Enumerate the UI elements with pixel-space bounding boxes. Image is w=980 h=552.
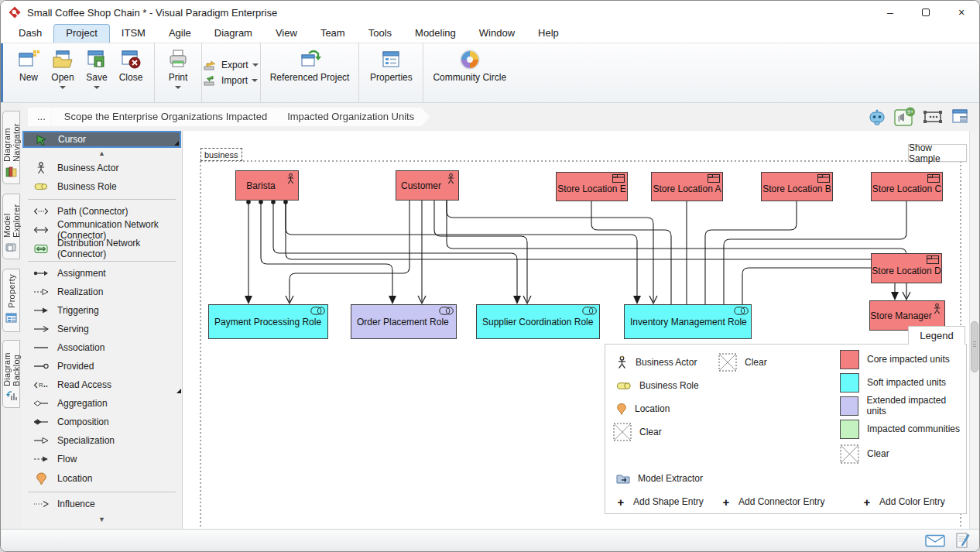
breadcrumb-scope[interactable]: Scope the Enterprise Organizations Impac… (52, 108, 283, 126)
legend-add-color-entry[interactable]: + Add Color Entry (862, 492, 945, 512)
palette-item-serving[interactable]: Serving (22, 320, 182, 338)
legend-entry-location[interactable]: Location (616, 399, 670, 419)
palette-scroll-down[interactable]: ▼ (22, 513, 182, 526)
import-dropdown-icon[interactable] (252, 79, 258, 82)
export-dropdown-icon[interactable] (252, 63, 259, 67)
print-dropdown-icon[interactable] (175, 86, 181, 89)
palette-item-association[interactable]: Association (22, 338, 182, 357)
node-store-location-d[interactable]: Store Location D (871, 253, 942, 283)
node-store-location-a[interactable]: Store Location A (651, 172, 723, 201)
referenced-project-button[interactable]: Referenced Project (267, 46, 353, 85)
open-button[interactable]: Open (46, 46, 80, 91)
announcements-icon[interactable]: 9+ (894, 107, 916, 127)
print-button[interactable]: Print (161, 46, 195, 91)
export-button[interactable]: Export (204, 60, 259, 70)
palette-item-composition[interactable]: Composition (22, 413, 182, 431)
assistant-bot-icon[interactable] (866, 107, 888, 127)
save-button[interactable]: Save (80, 46, 114, 91)
diagram-canvas[interactable]: business Barista Customer Store Location… (183, 131, 979, 529)
close-project-button[interactable]: Close (114, 46, 148, 85)
palette-item-business-role[interactable]: Business Role (22, 177, 182, 196)
minimize-button[interactable]: – (872, 1, 908, 24)
legend-add-connector-entry[interactable]: + Add Connector Entry (721, 492, 824, 512)
connector-edges[interactable] (248, 201, 906, 304)
menu-agile[interactable]: Agile (157, 25, 203, 43)
legend-add-shape-entry[interactable]: + Add Shape Entry (616, 492, 704, 512)
legend-entry-soft-impacted[interactable]: Soft impacted units (840, 372, 946, 393)
node-inventory-management-role[interactable]: Inventory Management Role (624, 304, 752, 339)
palette-item-flow[interactable]: Flow (22, 450, 182, 468)
palette-item-communication-network[interactable]: Communication Network (Connector) (22, 221, 182, 239)
breadcrumb-current[interactable]: Impacted Organization Units (275, 108, 430, 126)
node-customer[interactable]: Customer (396, 170, 459, 201)
palette-item-provided[interactable]: Provided (22, 357, 182, 375)
palette-item-aggregation[interactable]: Aggregation (22, 394, 182, 413)
palette-item-location[interactable]: Location (22, 468, 182, 489)
tab-model-explorer[interactable]: Model Explorer (2, 194, 20, 259)
palette-item-specialization[interactable]: Specialization (22, 431, 182, 450)
palette-scroll-up[interactable]: ▲ (22, 148, 182, 159)
tab-diagram-backlog[interactable]: Diagram Backlog (2, 340, 20, 408)
legend-entry-connector-clear[interactable]: Clear (718, 352, 767, 372)
palette-item-distribution-network[interactable]: Distribution Network (Connector) (22, 239, 182, 258)
node-store-location-c[interactable]: Store Location C (871, 172, 943, 201)
menu-team[interactable]: Team (309, 25, 357, 43)
notes-edit-icon[interactable] (956, 533, 970, 549)
business-role-icon (616, 380, 632, 392)
menu-itsm[interactable]: ITSM (110, 25, 157, 43)
business-boundary-label[interactable]: business (200, 148, 242, 161)
palette-item-assignment[interactable]: Assignment (22, 264, 182, 283)
toolbar-group-exchange: Export Import (202, 43, 261, 102)
properties-button[interactable]: Properties (365, 46, 416, 85)
palette-item-path-connector[interactable]: Path (Connector) (22, 202, 182, 221)
menu-project[interactable]: Project (53, 24, 109, 43)
node-barista[interactable]: Barista (235, 170, 299, 201)
community-circle-button[interactable]: Community Circle (430, 46, 509, 85)
tab-diagram-navigator[interactable]: Diagram Navigator (2, 111, 20, 184)
legend-entry-shape-clear[interactable]: Clear (613, 422, 662, 442)
color-swatch (840, 350, 859, 369)
node-store-location-b[interactable]: Store Location B (761, 172, 833, 201)
menu-window[interactable]: Window (468, 25, 526, 43)
community-circle-icon (457, 48, 482, 71)
close-button[interactable]: × (944, 1, 979, 24)
show-sample-button[interactable]: Show Sample (908, 144, 967, 162)
menu-view[interactable]: View (264, 25, 309, 43)
menu-diagram[interactable]: Diagram (203, 25, 264, 43)
palette-item-read-access[interactable]: R Read Access (22, 375, 182, 394)
menu-help[interactable]: Help (526, 25, 571, 43)
legend-entry-core-impacted[interactable]: Core impacted units (840, 349, 950, 369)
fit-to-window-icon[interactable] (922, 107, 944, 127)
import-button[interactable]: Import (204, 75, 258, 86)
legend-entry-impacted-communities[interactable]: Impacted communities (840, 419, 960, 439)
tab-property[interactable]: Property (2, 269, 20, 332)
node-order-placement-role[interactable]: Order Placement Role (351, 304, 457, 339)
maximize-button[interactable] (908, 1, 944, 24)
palette-item-realization[interactable]: Realization (22, 283, 182, 301)
node-supplier-coordination-role[interactable]: Supplier Coordination Role (476, 304, 600, 339)
legend-entry-business-role[interactable]: Business Role (616, 375, 699, 396)
menu-modeling[interactable]: Modeling (403, 25, 468, 43)
breadcrumb-right-icons: 9+ (866, 107, 971, 127)
layers-window-icon[interactable] (950, 107, 971, 127)
legend-entry-color-clear[interactable]: Clear (840, 444, 889, 464)
toolbar-group-project: New Open Save Close (5, 43, 155, 102)
scrollbar-thumb[interactable] (971, 321, 978, 372)
menu-tools[interactable]: Tools (357, 25, 403, 43)
palette-item-business-actor[interactable]: Business Actor (22, 159, 182, 177)
palette-item-cursor[interactable]: Cursor (22, 131, 181, 148)
save-dropdown-icon[interactable] (94, 86, 100, 89)
palette-item-influence[interactable]: Influence (22, 495, 182, 513)
node-payment-processing-role[interactable]: Payment Processing Role (208, 304, 328, 339)
palette-item-triggering[interactable]: Triggering (22, 301, 182, 320)
legend-title-tab[interactable]: Legend (908, 326, 965, 345)
legend-entry-business-actor[interactable]: Business Actor (616, 352, 697, 372)
node-store-location-e[interactable]: Store Location E (556, 172, 628, 201)
menu-dash[interactable]: Dash (7, 25, 53, 43)
new-button[interactable]: New (12, 46, 46, 85)
color-swatch (840, 420, 859, 439)
legend-entry-extended-impacted[interactable]: Extended impacted units (840, 396, 966, 416)
open-dropdown-icon[interactable] (60, 86, 66, 89)
legend-model-extractor[interactable]: Model Extractor (616, 468, 703, 489)
message-envelope-icon[interactable] (925, 534, 945, 547)
